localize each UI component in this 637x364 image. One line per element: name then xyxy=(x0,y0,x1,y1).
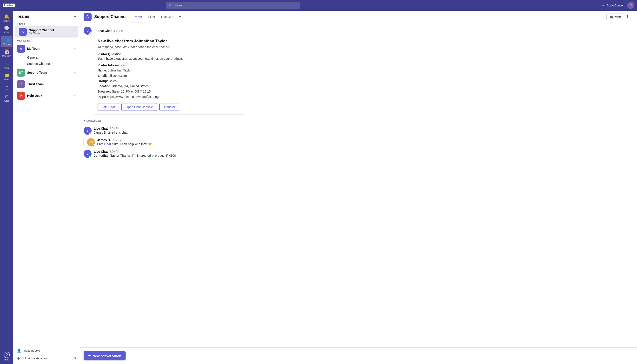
live-chat-actions: Join Chat Open Chat Console Transfer xyxy=(98,103,241,111)
avatar[interactable]: JB xyxy=(627,2,634,9)
second-team-more-icon[interactable]: ··· xyxy=(73,70,76,74)
msg3-content: Live Chat 3:06 PM Johnathan Taylor Thank… xyxy=(94,150,633,157)
live-chat-card-row: B Live Chat 3:04 PM New live chat from J… xyxy=(84,27,633,114)
team-item-my-team[interactable]: A My Team ··· xyxy=(13,43,80,54)
pinned-label: Pinned xyxy=(13,21,80,26)
msg2-meta: James B 3:06 PM xyxy=(97,138,633,142)
msg1-sender: Live Chat xyxy=(94,127,108,130)
tab-posts[interactable]: Posts xyxy=(131,13,145,20)
tab-files[interactable]: Files xyxy=(146,13,158,20)
meetings-icon: 📅 xyxy=(4,49,10,54)
sidebar-item-calls[interactable]: 📞 Calls xyxy=(1,60,13,70)
open-chat-console-button[interactable]: Open Chat Console xyxy=(121,103,157,111)
collapse-all-label: Collapse all xyxy=(86,119,101,122)
channel-support[interactable]: Support Channel xyxy=(13,60,80,67)
new-conversation-button[interactable]: ✏ New conversation xyxy=(84,351,126,360)
msg2-content: James B 3:06 PM Live Chat Sure. I can he… xyxy=(97,138,633,146)
sidebar-item-meetings[interactable]: 📅 Meetings xyxy=(1,48,13,58)
msg2-body: Sure. I can help with that! 🤝 xyxy=(112,142,152,146)
sidebar-item-help[interactable]: ? Help xyxy=(1,350,13,362)
search-bar[interactable]: 🔍 xyxy=(166,2,300,9)
sidebar: Teams ≡ Pinned A Support Channel My Team… xyxy=(13,11,80,364)
messages-area: B Live Chat 3:04 PM New live chat from J… xyxy=(80,23,637,347)
filter-icon[interactable]: ≡ xyxy=(74,15,76,19)
msg2-sender: James B xyxy=(97,138,110,142)
new-conv-label: New conversation xyxy=(93,354,121,358)
visitor-question-text: Yes, I have a question about your lead t… xyxy=(98,57,241,60)
channel-general[interactable]: General xyxy=(13,54,80,60)
msg1-text: James B joined this chat. xyxy=(94,131,633,134)
help-icon: ? xyxy=(4,352,10,358)
topbar-more-icon[interactable]: ··· xyxy=(600,3,604,8)
collapse-all-button[interactable]: ▾ Collapse all xyxy=(84,118,633,123)
apps-label: Apps xyxy=(4,100,9,102)
channel-area: A Support Channel Posts Files Live Chat … xyxy=(80,11,637,364)
team-item-third-team[interactable]: TT Third Team ··· xyxy=(13,78,80,90)
live-chat-card-header: Live Chat 3:04 PM xyxy=(94,27,245,35)
email-label: Email: xyxy=(98,74,107,78)
info-icon[interactable]: ℹ xyxy=(627,14,628,19)
pinned-channel-name: Support Channel xyxy=(29,28,74,32)
channel-tabs: Posts Files Live Chat + xyxy=(131,13,181,20)
tab-live-chat[interactable]: Live Chat xyxy=(158,13,177,20)
search-icon: 🔍 xyxy=(169,4,173,7)
invite-people-button[interactable]: 👤 Invite people xyxy=(13,347,80,354)
name-label: Name: xyxy=(98,68,107,72)
channel-header: A Support Channel Posts Files Live Chat … xyxy=(80,11,637,23)
transfer-button[interactable]: Transfer xyxy=(159,103,179,111)
teams-label: Teams xyxy=(3,43,10,46)
main-layout: 🔔 Activity 💬 Chat 👥 Teams 📅 Meetings 📞 C… xyxy=(0,11,637,364)
preview-badge: Preview xyxy=(3,4,15,7)
more-icon: ··· xyxy=(5,84,8,88)
third-team-more-icon[interactable]: ··· xyxy=(73,82,76,86)
location-value: Atlanta, GA, United States xyxy=(112,84,148,88)
team-item-help-desk[interactable]: P Help Desk ··· xyxy=(13,90,80,102)
second-team-name: Second Team xyxy=(27,71,71,74)
settings-icon[interactable]: ⚙ xyxy=(74,357,76,360)
channel-more-icon[interactable]: ··· xyxy=(630,14,633,19)
add-tab-icon[interactable]: + xyxy=(179,14,181,19)
msg3-meta: Live Chat 3:06 PM xyxy=(94,150,633,153)
teams-icon: 👥 xyxy=(4,37,10,42)
live-chat-card-body: New live chat from Johnathan Taylor To r… xyxy=(94,35,245,114)
topbar-username: ActiveConvert xyxy=(606,4,624,7)
message-row-1: B Live Chat 3:04 PM James B joined this … xyxy=(84,127,633,135)
msg2-text: Live Chat Sure. I can help with that! 🤝 xyxy=(97,142,633,146)
help-label: Help xyxy=(5,358,9,361)
channel-avatar: A xyxy=(84,13,92,21)
search-input[interactable] xyxy=(174,4,297,7)
help-desk-more-icon[interactable]: ··· xyxy=(73,94,76,98)
invite-label: Invite people xyxy=(24,349,40,352)
third-team-avatar: TT xyxy=(17,80,25,88)
name-value: Johnathan Taylor xyxy=(108,68,132,72)
msg1-content: Live Chat 3:04 PM James B joined this ch… xyxy=(94,127,633,134)
sidebar-item-files[interactable]: 📁 Files xyxy=(1,71,13,82)
visitor-question-title: Visitor Question xyxy=(98,52,241,56)
join-create-team-button[interactable]: ⊕ Join or create a team ⚙ xyxy=(13,354,80,362)
meet-button[interactable]: 📹 Meet xyxy=(606,14,625,20)
join-label: Join or create a team xyxy=(22,357,49,360)
online-indicator xyxy=(89,32,92,34)
join-chat-button[interactable]: Join Chat xyxy=(98,103,119,111)
pinned-channel-avatar: A xyxy=(19,28,27,36)
channel-name: Support Channel xyxy=(94,14,126,19)
sidebar-item-activity[interactable]: 🔔 Activity xyxy=(1,12,13,23)
my-team-more-icon[interactable]: ··· xyxy=(73,46,76,50)
pinned-channel-item[interactable]: A Support Channel My Team xyxy=(15,26,78,38)
meet-camera-icon: 📹 xyxy=(610,15,613,19)
sidebar-item-more[interactable]: ··· ··· xyxy=(1,83,13,92)
sidebar-item-chat[interactable]: 💬 Chat xyxy=(1,24,13,35)
meetings-label: Meetings xyxy=(2,55,11,57)
compose-icon: ✏ xyxy=(88,354,91,358)
channel-header-right: 📹 Meet ℹ ··· xyxy=(606,14,633,20)
msg3-text: Johnathan Taylor Thanks! I'm interested … xyxy=(94,154,633,157)
sidebar-item-teams[interactable]: 👥 Teams xyxy=(1,36,13,47)
team-item-second-team[interactable]: ST Second Team ··· xyxy=(13,67,80,78)
online-indicator xyxy=(89,132,92,135)
sidebar-item-apps[interactable]: ⊞ Apps xyxy=(1,93,13,104)
new-conversation-area: ✏ New conversation xyxy=(80,347,637,364)
sidebar-title: Teams xyxy=(17,14,29,19)
live-chat-subtext: To respond, click Join Chat or open the … xyxy=(98,45,241,49)
browser-label: Browser: xyxy=(98,90,111,93)
sidebar-bottom: 👤 Invite people ⊕ Join or create a team … xyxy=(13,345,80,364)
